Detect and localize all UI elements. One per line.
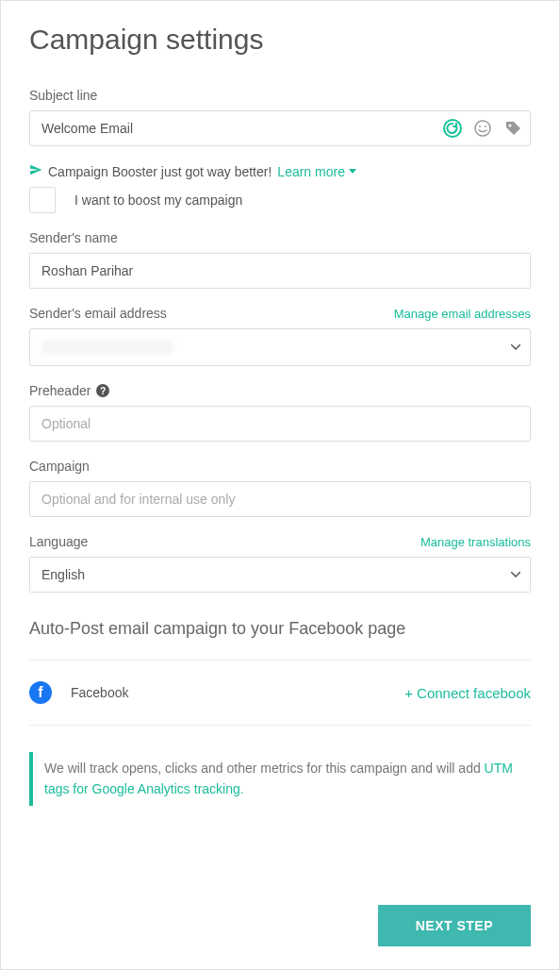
svg-point-1 [475, 121, 490, 136]
next-step-button[interactable]: NEXT STEP [378, 905, 531, 946]
help-icon[interactable]: ? [96, 384, 109, 397]
svg-point-4 [509, 125, 512, 127]
subject-label-text: Subject line [29, 88, 97, 103]
svg-point-2 [479, 125, 481, 127]
learn-more-link[interactable]: Learn more [277, 164, 356, 179]
sender-email-select[interactable] [29, 328, 531, 366]
campaign-field: Campaign [29, 459, 531, 517]
language-label-row: Language Manage translations [29, 534, 531, 549]
campaign-label-text: Campaign [29, 459, 90, 474]
manage-emails-link[interactable]: Manage email addresses [394, 307, 531, 321]
tracking-info-box: We will track opens, clicks and other me… [29, 752, 531, 806]
manage-translations-link[interactable]: Manage translations [420, 535, 531, 549]
emoji-icon[interactable] [472, 118, 493, 139]
boost-checkbox[interactable] [29, 187, 56, 213]
sender-email-value-blurred [41, 341, 173, 354]
plane-icon [29, 163, 42, 179]
divider [29, 725, 531, 726]
preheader-label: Preheader [29, 383, 91, 398]
facebook-label: Facebook [71, 685, 128, 700]
sender-email-field: Sender's email address Manage email addr… [29, 306, 531, 366]
booster-text: Campaign Booster just got way better! [48, 164, 272, 179]
sender-name-input[interactable] [29, 253, 531, 289]
autopost-heading: Auto-Post email campaign to your Faceboo… [29, 619, 531, 639]
subject-label: Subject line [29, 88, 531, 103]
page-title: Campaign settings [29, 24, 531, 56]
language-select[interactable]: English [29, 557, 531, 593]
boost-checkbox-label: I want to boost my campaign [74, 192, 242, 208]
preheader-label-row: Preheader ? [29, 383, 531, 398]
sender-name-label-text: Sender's name [29, 230, 118, 245]
chevron-down-icon [349, 169, 356, 174]
tag-icon[interactable] [502, 118, 523, 139]
sender-name-field: Sender's name [29, 230, 531, 289]
info-text: We will track opens, clicks and other me… [44, 761, 485, 776]
preheader-label-left: Preheader ? [29, 383, 109, 398]
facebook-icon: f [29, 681, 52, 704]
preheader-input[interactable] [29, 406, 531, 442]
sender-name-label: Sender's name [29, 230, 531, 245]
preheader-field: Preheader ? [29, 383, 531, 442]
language-label: Language [29, 534, 88, 549]
subject-input-wrap [29, 110, 531, 146]
campaign-label: Campaign [29, 459, 531, 474]
subject-field: Subject line [29, 88, 531, 146]
campaign-settings-card: Campaign settings Subject line [0, 0, 560, 970]
grammarly-icon[interactable] [442, 118, 463, 139]
booster-banner: Campaign Booster just got way better! Le… [29, 163, 531, 179]
boost-checkbox-row: I want to boost my campaign [29, 187, 531, 213]
facebook-row: f Facebook + Connect facebook [29, 661, 531, 725]
sender-email-label-row: Sender's email address Manage email addr… [29, 306, 531, 321]
connect-facebook-link[interactable]: + Connect facebook [404, 685, 531, 701]
sender-email-label: Sender's email address [29, 306, 167, 321]
subject-icons [442, 118, 523, 139]
language-field: Language Manage translations English [29, 534, 531, 593]
svg-point-3 [485, 125, 486, 127]
learn-more-text: Learn more [277, 164, 345, 179]
campaign-input[interactable] [29, 481, 531, 517]
facebook-left: f Facebook [29, 681, 128, 704]
